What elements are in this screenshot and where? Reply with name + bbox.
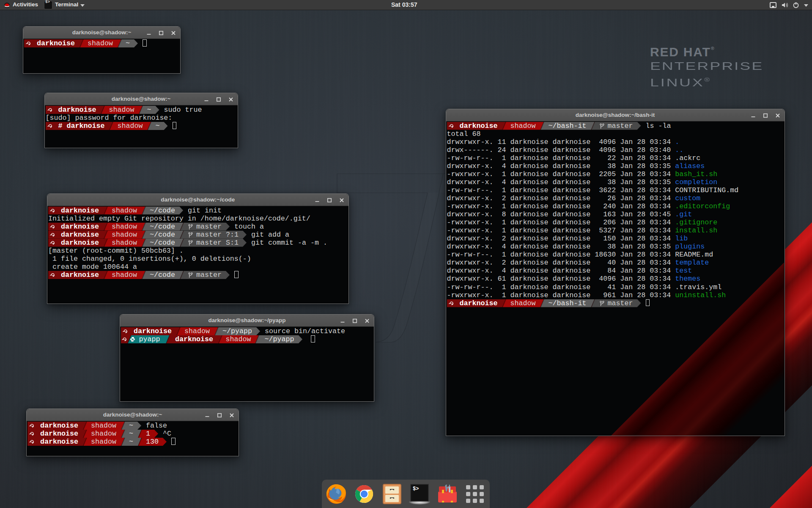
svg-text:$>: $> bbox=[413, 486, 419, 492]
